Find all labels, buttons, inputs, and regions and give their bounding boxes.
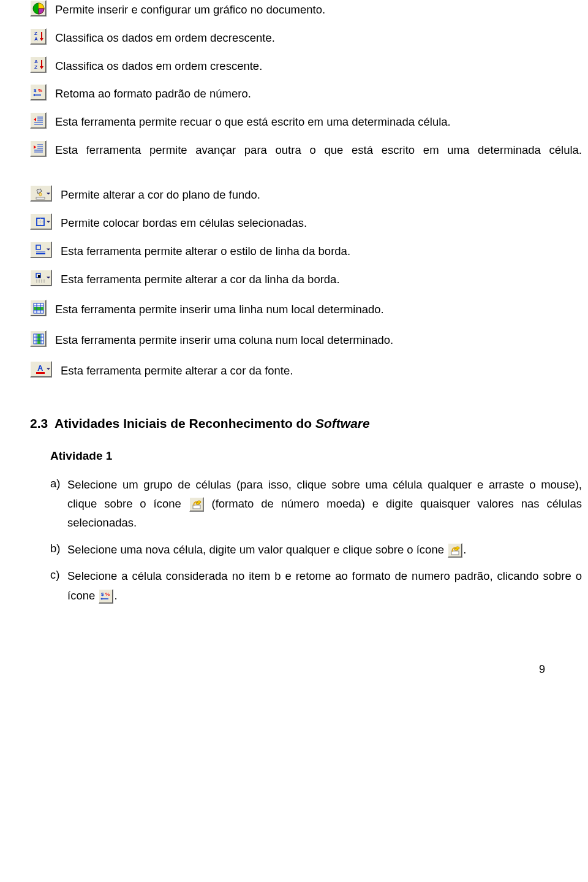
line-style-icon — [30, 241, 52, 258]
tool-row: Permite inserir e configurar um gráfico … — [30, 0, 582, 18]
tool-row: Esta ferramenta permite alterar o estilo… — [30, 241, 582, 260]
chart-icon — [30, 0, 47, 17]
section-number: 2.3 — [30, 416, 48, 430]
page-number: 9 — [0, 612, 588, 690]
sort-desc-icon: Z A — [30, 28, 47, 45]
activity-text: . — [114, 589, 117, 602]
number-default-icon: $ % — [30, 84, 47, 101]
svg-marker-18 — [34, 118, 36, 121]
list-marker: b) — [50, 540, 67, 559]
svg-rect-49 — [36, 372, 45, 374]
svg-rect-33 — [38, 275, 40, 278]
activity-heading: Atividade 1 — [50, 447, 588, 465]
svg-marker-59 — [100, 598, 102, 600]
svg-marker-12 — [33, 94, 35, 96]
tool-description: Esta ferramenta permite alterar a cor da… — [61, 270, 582, 288]
tool-description: Retoma ao formato padrão de número. — [55, 84, 582, 102]
decrease-indent-icon — [30, 112, 47, 129]
tool-description: Classifica os dados em ordem crescente. — [55, 56, 582, 75]
tool-description: Permite alterar a cor do plano de fundo. — [61, 185, 582, 203]
tool-row: A Esta ferramenta permite alterar a cor … — [30, 361, 582, 379]
list-marker: a) — [50, 475, 67, 533]
tool-description: Permite inserir e configurar um gráfico … — [55, 0, 582, 18]
svg-rect-29 — [36, 245, 40, 249]
section-title-italic: Software — [315, 416, 370, 430]
activity-item-b: b) Selecione uma nova célula, digite um … — [50, 540, 582, 559]
borders-icon — [30, 213, 52, 230]
increase-indent-icon — [30, 140, 47, 157]
activity-text: . — [463, 543, 466, 556]
svg-text:A: A — [34, 59, 38, 64]
svg-point-52 — [197, 501, 201, 503]
tool-description: Classifica os dados em ordem decrescente… — [55, 28, 582, 47]
tool-row: Esta ferramenta permite avançar para out… — [30, 140, 582, 176]
activity-list: a) Selecione um grupo de células (para i… — [50, 475, 582, 606]
svg-text:$: $ — [101, 591, 104, 597]
tool-description: Esta ferramenta permite inserir uma linh… — [55, 300, 582, 318]
tool-description: Esta ferramenta permite inserir uma colu… — [55, 330, 582, 349]
svg-text:$: $ — [34, 88, 37, 93]
svg-point-55 — [456, 547, 459, 549]
svg-rect-25 — [36, 197, 45, 199]
currency-format-icon — [189, 497, 204, 512]
activity-item-c: c) Selecione a célula considerada no ite… — [50, 566, 582, 605]
svg-text:%: % — [38, 88, 42, 93]
tool-row: Esta ferramenta permite inserir uma linh… — [30, 300, 582, 318]
tool-description: Esta ferramenta permite recuar o que est… — [55, 112, 582, 131]
svg-marker-4 — [40, 38, 43, 41]
tool-description: Esta ferramenta permite alterar o estilo… — [61, 241, 582, 260]
document-page: Permite inserir e configurar um gráfico … — [0, 0, 588, 709]
svg-text:Z: Z — [34, 64, 37, 70]
number-default-icon: $% — [99, 589, 113, 604]
sort-asc-icon: A Z — [30, 56, 47, 73]
currency-format-icon — [448, 543, 462, 558]
list-marker: c) — [50, 566, 67, 605]
svg-rect-37 — [34, 307, 43, 310]
svg-marker-8 — [40, 66, 43, 69]
activity-text: Selecione uma nova célula, digite um val… — [67, 543, 447, 556]
tool-description: Esta ferramenta permite alterar a cor da… — [61, 361, 582, 379]
svg-marker-24 — [34, 145, 36, 149]
tool-row: Esta ferramenta permite inserir uma colu… — [30, 330, 582, 349]
tool-row: Esta ferramenta permite recuar o que est… — [30, 112, 582, 131]
tool-row: Z A Classifica os dados em ordem decresc… — [30, 28, 582, 47]
activity-body: Selecione uma nova célula, digite um val… — [67, 540, 582, 559]
tool-description: Esta ferramenta permite avançar para out… — [55, 140, 582, 176]
svg-text:A: A — [34, 36, 38, 42]
tool-row: Permite alterar a cor do plano de fundo. — [30, 185, 582, 203]
tool-description: Permite colocar bordas em células seleci… — [61, 213, 582, 232]
activity-body: Selecione um grupo de células (para isso… — [67, 475, 582, 533]
insert-column-icon — [30, 330, 47, 347]
tool-row: A Z Classifica os dados em ordem crescen… — [30, 56, 582, 75]
svg-rect-43 — [37, 334, 40, 344]
font-color-icon: A — [30, 361, 52, 378]
activity-text: Selecione a célula considerada no item b… — [67, 569, 582, 601]
tool-row: Esta ferramenta permite alterar a cor da… — [30, 270, 582, 288]
section-title: Atividades Iniciais de Reconhecimento do — [55, 416, 315, 430]
section-heading: 2.3 Atividades Iniciais de Reconheciment… — [30, 414, 588, 433]
tool-row: $ % Retoma ao formato padrão de número. — [30, 84, 582, 102]
tool-row: Permite colocar bordas em células seleci… — [30, 213, 582, 232]
svg-text:Z: Z — [34, 31, 37, 36]
svg-text:A: A — [37, 363, 43, 373]
background-color-icon — [30, 185, 52, 202]
insert-row-icon — [30, 300, 47, 316]
svg-text:%: % — [105, 591, 110, 597]
line-color-icon — [30, 270, 52, 286]
activity-item-a: a) Selecione um grupo de células (para i… — [50, 475, 582, 533]
activity-body: Selecione a célula considerada no item b… — [67, 566, 582, 605]
